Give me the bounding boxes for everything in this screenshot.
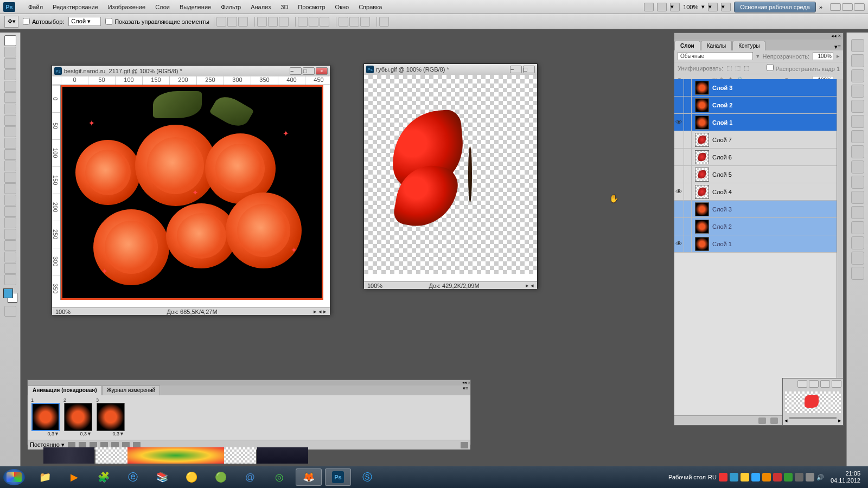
extras-icon[interactable]: ▾ (721, 3, 731, 11)
layer-row[interactable]: 👁Слой 1 (674, 114, 837, 131)
lock-column[interactable] (684, 235, 692, 252)
opacity-input[interactable]: 100% (813, 52, 833, 60)
brush-tool[interactable] (4, 115, 16, 126)
panel-menu-icon[interactable]: ▾≡ (832, 43, 843, 50)
propagate-checkbox[interactable]: Распространить кадр 1 (767, 64, 840, 72)
dodge-tool[interactable] (4, 183, 16, 194)
document-window-butterfly[interactable]: Ps губы.gif @ 100% (RGB/8) * − □ 100% До… (363, 63, 538, 288)
history-panel-icon[interactable] (851, 221, 864, 234)
3d-camera-tool[interactable] (4, 252, 16, 262)
language-indicator[interactable]: RU (708, 474, 717, 480)
visibility-toggle[interactable] (674, 218, 684, 235)
layer-name-label[interactable]: Слой 1 (712, 119, 732, 126)
menu-view[interactable]: Просмотр (293, 2, 330, 12)
layer-row[interactable]: 👁Слой 1 (674, 235, 837, 253)
visibility-toggle[interactable] (674, 149, 684, 165)
layer-row[interactable]: Слой 7 (674, 131, 837, 149)
media-player-icon[interactable]: ▶ (61, 468, 87, 486)
distribute-right-icon[interactable] (360, 17, 370, 27)
character-panel-icon[interactable] (851, 191, 864, 204)
lock-column[interactable] (684, 131, 692, 148)
chrome-app-icon[interactable]: 🟡 (178, 468, 205, 486)
tray-icon[interactable] (795, 473, 803, 481)
visibility-toggle[interactable]: 👁 (674, 183, 684, 200)
distribute-top-icon[interactable] (298, 17, 308, 27)
anim-collapse-bar[interactable]: ◂◂ × (28, 380, 470, 386)
minimize-button[interactable] (830, 3, 841, 11)
start-button[interactable] (3, 469, 25, 485)
photoshop-app-icon[interactable]: Ps (325, 468, 351, 486)
lock-column[interactable] (684, 114, 692, 131)
pen-tool[interactable] (4, 195, 16, 206)
healing-tool[interactable] (4, 104, 16, 114)
layer-name-label[interactable]: Слой 4 (712, 189, 732, 195)
unify-icon[interactable]: ⬚ (744, 65, 749, 72)
layer-name-label[interactable]: Слой 6 (712, 154, 732, 160)
app-icon[interactable]: 🟢 (208, 468, 234, 486)
show-desktop-label[interactable]: Рабочий стол (668, 474, 706, 480)
document-titlebar[interactable]: Ps губы.gif @ 100% (RGB/8) * − □ (364, 64, 537, 75)
animation-frame[interactable]: 30,3▼ (95, 397, 126, 438)
close-button[interactable] (854, 3, 865, 11)
menu-help[interactable]: Справка (354, 2, 387, 12)
swatches-panel-icon[interactable] (851, 69, 864, 82)
layer-row[interactable]: 👁Слой 4 (674, 183, 837, 201)
color-panel-icon[interactable] (851, 54, 864, 67)
layer-name-label[interactable]: Слой 5 (712, 171, 732, 178)
lock-column[interactable] (684, 201, 692, 217)
blur-tool[interactable] (4, 172, 16, 183)
distribute-hcenter-icon[interactable] (349, 17, 359, 27)
layer-thumbnail[interactable] (695, 98, 709, 112)
doc-maximize-button[interactable]: □ (523, 66, 535, 73)
hand-tool[interactable] (4, 263, 16, 274)
bridge-icon[interactable] (644, 3, 654, 11)
layer-thumbnail[interactable] (695, 115, 709, 130)
document-canvas[interactable]: ✦ ✦ ✦ ✦ ✦ (61, 85, 323, 300)
distribute-vcenter-icon[interactable] (309, 17, 318, 27)
menu-edit[interactable]: Редактирование (48, 2, 103, 12)
gradient-tool[interactable] (4, 160, 16, 171)
animation-frame[interactable]: 10,3▼ (30, 397, 61, 438)
distribute-bottom-icon[interactable] (320, 17, 329, 27)
layer-thumbnail[interactable] (695, 150, 709, 164)
show-controls-checkbox[interactable]: Показать управляющие элементы (105, 18, 209, 25)
layer-thumbnail[interactable] (695, 202, 709, 216)
layer-row[interactable]: Слой 2 (674, 97, 837, 114)
zoom-level[interactable]: 100% (683, 4, 698, 10)
doc-minimize-button[interactable]: − (510, 66, 522, 73)
zoom-tool[interactable] (4, 274, 16, 285)
auto-align-icon[interactable] (379, 17, 389, 27)
layers-scrollbar[interactable] (837, 79, 843, 415)
maximize-button[interactable] (842, 3, 853, 11)
eraser-tool[interactable] (4, 149, 16, 160)
visibility-toggle[interactable] (674, 79, 684, 96)
tray-icon[interactable] (773, 473, 782, 481)
screen-mode-icon[interactable]: ▾ (670, 3, 680, 11)
align-right-icon[interactable] (279, 17, 289, 27)
blend-mode-select[interactable]: Обычные (678, 52, 753, 60)
tab-paths[interactable]: Контуры (732, 41, 765, 50)
tray-icon[interactable] (762, 473, 771, 481)
arrange-icon[interactable]: ▾ (708, 3, 718, 11)
color-swatches[interactable] (3, 288, 17, 303)
layer-name-label[interactable]: Слой 2 (712, 102, 732, 108)
layer-row[interactable]: Слой 5 (674, 166, 837, 183)
menu-file[interactable]: Файл (23, 2, 48, 12)
anim-menu-icon[interactable]: ▾≡ (461, 386, 470, 395)
brush-presets-icon[interactable] (851, 160, 864, 174)
brushes-panel-icon[interactable] (851, 130, 864, 143)
layer-row[interactable]: Слой 2 (674, 218, 837, 235)
doc-minimize-button[interactable]: − (290, 67, 302, 75)
visibility-toggle[interactable]: 👁 (674, 235, 684, 252)
chevrons-icon[interactable]: » (819, 4, 822, 10)
document-canvas[interactable] (364, 75, 537, 274)
align-left-icon[interactable] (257, 17, 267, 27)
volume-icon[interactable]: 🔊 (816, 474, 824, 481)
layer-name-label[interactable]: Слой 3 (712, 85, 732, 91)
menu-3d[interactable]: 3D (276, 2, 293, 12)
tray-icon[interactable] (751, 473, 760, 481)
lock-column[interactable] (684, 218, 692, 235)
unify-icon[interactable]: ⬚ (726, 65, 732, 72)
clone-panel-icon[interactable] (851, 145, 864, 158)
navigator-thumb[interactable] (785, 391, 841, 413)
